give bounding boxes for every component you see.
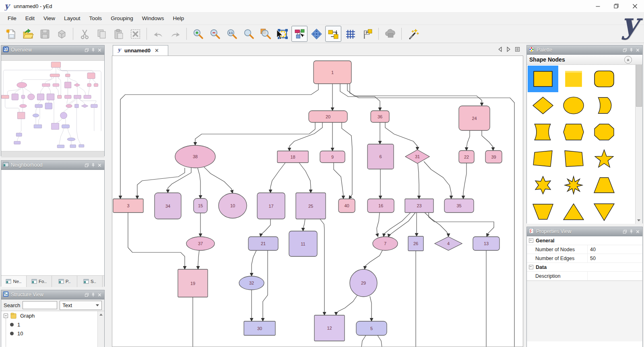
- graph-edge[interactable]: [466, 130, 470, 151]
- menu-grouping[interactable]: Grouping: [106, 13, 138, 24]
- tab-list-icon[interactable]: [515, 47, 520, 53]
- group-button[interactable]: [382, 26, 398, 42]
- copy-button[interactable]: [93, 26, 109, 42]
- palette-scrollbar[interactable]: [635, 65, 642, 224]
- graph-edge[interactable]: [482, 130, 493, 151]
- grid-button[interactable]: [342, 26, 358, 42]
- palette-shape-rectangle[interactable]: [528, 66, 558, 92]
- graph-edge[interactable]: [384, 213, 411, 237]
- graph-edge[interactable]: [263, 250, 268, 321]
- palette-pin-icon[interactable]: [628, 47, 634, 53]
- graph-edge[interactable]: [361, 335, 366, 347]
- tab-scroll-left-icon[interactable]: [498, 47, 502, 53]
- palette-shape-quad-skew-1[interactable]: [528, 145, 558, 172]
- graph-edge[interactable]: [336, 295, 357, 315]
- palette-close-icon[interactable]: [634, 47, 641, 53]
- magnifier-button[interactable]: [241, 26, 257, 42]
- side-tab-s[interactable]: S..: [77, 276, 103, 287]
- property-row-general[interactable]: General: [527, 236, 642, 245]
- palette-shape-quad-skew-2[interactable]: [558, 145, 589, 172]
- graph-edge[interactable]: [120, 84, 318, 199]
- graph-edge[interactable]: [198, 250, 199, 269]
- new-document-button[interactable]: [3, 26, 19, 42]
- palette-shape-wave-left[interactable]: [528, 119, 558, 145]
- delete-button[interactable]: [127, 26, 143, 42]
- palette-shape-trapezoid-down[interactable]: [528, 198, 558, 224]
- graph-edge[interactable]: [334, 163, 343, 199]
- palette-shape-star-6[interactable]: [528, 172, 558, 198]
- tree-item-10[interactable]: 10: [1, 329, 104, 338]
- cut-button[interactable]: [76, 26, 93, 42]
- palette-shape-rectangle-plain[interactable]: [558, 66, 589, 92]
- tree-scrollbar[interactable]: [97, 311, 104, 347]
- minimize-button[interactable]: [588, 0, 607, 12]
- zoom-selection-button[interactable]: [258, 26, 274, 42]
- graph-edge[interactable]: [299, 163, 311, 193]
- graph-edge[interactable]: [347, 84, 482, 106]
- palette-float-icon[interactable]: [621, 47, 628, 53]
- graph-edge[interactable]: [320, 219, 324, 315]
- menu-help[interactable]: Help: [168, 13, 188, 24]
- property-row-data[interactable]: Data: [527, 263, 642, 272]
- snap-lines-button[interactable]: [325, 26, 341, 42]
- menu-edit[interactable]: Edit: [21, 13, 39, 24]
- palette-shape-octagon[interactable]: [589, 119, 619, 145]
- palette-shape-wave-right[interactable]: [589, 92, 619, 119]
- menu-view[interactable]: View: [39, 13, 60, 24]
- graph-edge[interactable]: [377, 213, 380, 237]
- side-tab-p[interactable]: P..: [52, 276, 77, 287]
- property-value[interactable]: [587, 272, 642, 280]
- neighborhood-pin-icon[interactable]: [90, 162, 96, 168]
- search-input[interactable]: [23, 301, 57, 309]
- graph-edge[interactable]: [388, 213, 415, 237]
- tab-close-icon[interactable]: ✕: [155, 48, 159, 54]
- palette-shape-star-5[interactable]: [589, 145, 619, 172]
- graph-edge[interactable]: [463, 163, 466, 199]
- palette-scroll-down-icon[interactable]: [636, 217, 642, 223]
- palette-shape-hexagon-pointed[interactable]: [558, 119, 589, 145]
- graph-edge[interactable]: [289, 122, 322, 151]
- graph-edge[interactable]: [303, 219, 305, 231]
- navigate-mode-button[interactable]: [308, 26, 324, 42]
- fit-content-button[interactable]: [275, 26, 291, 42]
- side-tab-ne[interactable]: Ne..: [1, 276, 27, 287]
- tab-scroll-right-icon[interactable]: [506, 47, 511, 53]
- zoom-in-button[interactable]: [190, 26, 206, 42]
- overview-close-icon[interactable]: [96, 47, 103, 53]
- save-button[interactable]: [37, 26, 53, 42]
- palette-shape-diamond[interactable]: [528, 92, 558, 119]
- scroll-up-icon[interactable]: [98, 311, 104, 318]
- neighborhood-close-icon[interactable]: [96, 162, 103, 168]
- tree-item-1[interactable]: 1: [1, 320, 104, 329]
- properties-float-icon[interactable]: [621, 228, 628, 235]
- overview-minimap[interactable]: [1, 61, 104, 151]
- palette-scroll-thumb[interactable]: [636, 65, 642, 107]
- palette-shape-ellipse[interactable]: [558, 92, 589, 119]
- search-type-select[interactable]: Text: [60, 301, 102, 310]
- palette-shape-triangle[interactable]: [558, 198, 589, 224]
- properties-close-icon[interactable]: [634, 228, 641, 235]
- menu-windows[interactable]: Windows: [138, 13, 169, 24]
- shape-nodes-header[interactable]: Shape Nodes: [527, 55, 642, 65]
- structure-close-icon[interactable]: [96, 291, 103, 298]
- graph-edge[interactable]: [429, 213, 494, 237]
- graph-edge[interactable]: [270, 163, 285, 193]
- graph-edge[interactable]: [365, 250, 382, 269]
- graph-edge[interactable]: [198, 168, 200, 198]
- structure-float-icon[interactable]: [83, 291, 90, 298]
- neighborhood-float-icon[interactable]: [83, 162, 90, 168]
- redo-button[interactable]: [167, 26, 183, 42]
- tree-expander-icon[interactable]: [4, 314, 8, 318]
- maximize-button[interactable]: [607, 0, 625, 12]
- overview-float-icon[interactable]: [83, 47, 90, 53]
- graph-canvas[interactable]: 1203624381896312239334151017254016233537…: [112, 56, 523, 347]
- label-mode-button[interactable]: P: [359, 26, 375, 42]
- edit-mode-button[interactable]: [291, 26, 308, 42]
- close-button[interactable]: [625, 0, 644, 12]
- undo-button[interactable]: [150, 26, 166, 42]
- tab-unnamed0[interactable]: y unnamed0 ✕: [113, 45, 168, 56]
- graph-edge[interactable]: [424, 161, 451, 199]
- open-folder-button[interactable]: [20, 26, 36, 42]
- graph-edge[interactable]: [168, 168, 191, 193]
- collapse-category-icon[interactable]: [529, 265, 533, 269]
